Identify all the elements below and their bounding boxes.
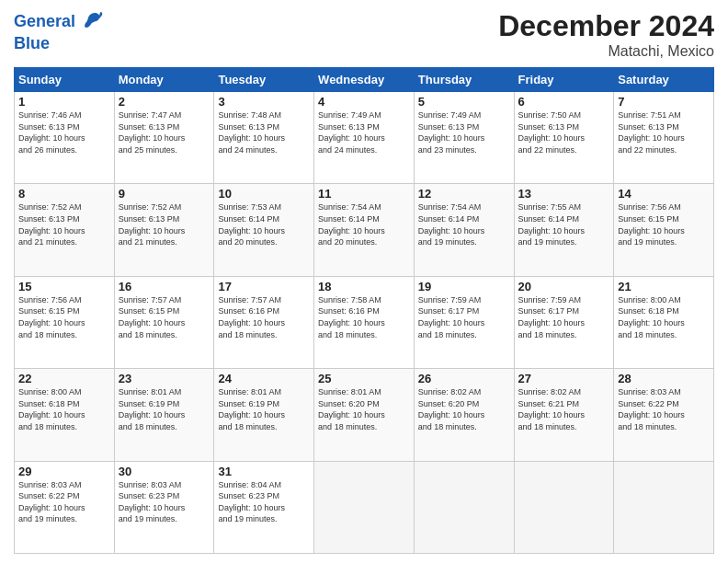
day-cell: 4Sunrise: 7:49 AM Sunset: 6:13 PM Daylig… (314, 92, 415, 184)
week-row-3: 15Sunrise: 7:56 AM Sunset: 6:15 PM Dayli… (15, 276, 714, 368)
day-number: 15 (18, 280, 110, 293)
day-info: Sunrise: 7:46 AM Sunset: 6:13 PM Dayligh… (18, 109, 110, 155)
day-info: Sunrise: 7:57 AM Sunset: 6:15 PM Dayligh… (119, 294, 210, 340)
page: General Blue December 2024 Matachi, Mexi… (0, 0, 728, 563)
day-cell: 16Sunrise: 7:57 AM Sunset: 6:15 PM Dayli… (114, 276, 214, 368)
day-info: Sunrise: 7:54 AM Sunset: 6:14 PM Dayligh… (418, 201, 510, 247)
week-row-2: 8Sunrise: 7:52 AM Sunset: 6:13 PM Daylig… (15, 184, 714, 276)
day-info: Sunrise: 7:54 AM Sunset: 6:14 PM Dayligh… (318, 201, 410, 247)
day-number: 7 (618, 95, 710, 109)
day-info: Sunrise: 8:00 AM Sunset: 6:18 PM Dayligh… (18, 386, 110, 432)
day-info: Sunrise: 7:52 AM Sunset: 6:13 PM Dayligh… (119, 201, 210, 247)
day-cell: 22Sunrise: 8:00 AM Sunset: 6:18 PM Dayli… (15, 369, 115, 461)
day-number: 4 (318, 95, 410, 109)
day-number: 14 (618, 187, 710, 201)
day-number: 30 (119, 465, 210, 478)
day-number: 18 (318, 280, 410, 293)
day-number: 25 (318, 372, 410, 385)
day-number: 31 (218, 465, 310, 478)
day-number: 12 (418, 187, 510, 201)
day-cell: 6Sunrise: 7:50 AM Sunset: 6:13 PM Daylig… (514, 92, 614, 184)
day-number: 20 (518, 280, 610, 293)
logo-text: General (14, 13, 75, 31)
calendar-header: SundayMondayTuesdayWednesdayThursdayFrid… (15, 68, 714, 92)
day-cell: 14Sunrise: 7:56 AM Sunset: 6:15 PM Dayli… (614, 184, 714, 276)
day-cell (414, 461, 514, 553)
day-info: Sunrise: 8:02 AM Sunset: 6:21 PM Dayligh… (518, 386, 610, 432)
day-info: Sunrise: 8:03 AM Sunset: 6:22 PM Dayligh… (618, 386, 710, 432)
day-info: Sunrise: 7:47 AM Sunset: 6:13 PM Dayligh… (119, 109, 210, 155)
day-info: Sunrise: 7:48 AM Sunset: 6:13 PM Dayligh… (218, 109, 310, 155)
logo-subtext: Blue (14, 35, 50, 53)
day-info: Sunrise: 7:49 AM Sunset: 6:13 PM Dayligh… (418, 109, 510, 155)
week-row-4: 22Sunrise: 8:00 AM Sunset: 6:18 PM Dayli… (15, 369, 714, 461)
day-number: 21 (618, 280, 710, 293)
day-number: 24 (218, 372, 310, 385)
week-row-1: 1Sunrise: 7:46 AM Sunset: 6:13 PM Daylig… (15, 92, 714, 184)
day-info: Sunrise: 7:59 AM Sunset: 6:17 PM Dayligh… (418, 294, 510, 340)
logo: General Blue (14, 9, 103, 53)
day-cell (614, 461, 714, 553)
title-block: December 2024 Matachi, Mexico (498, 9, 714, 60)
logo-bird-icon (77, 9, 103, 35)
day-info: Sunrise: 8:01 AM Sunset: 6:19 PM Dayligh… (218, 386, 310, 432)
day-number: 8 (18, 187, 110, 201)
day-cell: 25Sunrise: 8:01 AM Sunset: 6:20 PM Dayli… (314, 369, 415, 461)
day-info: Sunrise: 7:49 AM Sunset: 6:13 PM Dayligh… (318, 109, 410, 155)
header-thursday: Thursday (414, 68, 514, 92)
header-sunday: Sunday (15, 68, 115, 92)
day-number: 3 (218, 95, 310, 109)
day-cell: 5Sunrise: 7:49 AM Sunset: 6:13 PM Daylig… (414, 92, 514, 184)
calendar-table: SundayMondayTuesdayWednesdayThursdayFrid… (14, 67, 714, 554)
header-monday: Monday (114, 68, 214, 92)
day-cell: 1Sunrise: 7:46 AM Sunset: 6:13 PM Daylig… (15, 92, 115, 184)
day-info: Sunrise: 8:01 AM Sunset: 6:20 PM Dayligh… (318, 386, 410, 432)
day-cell: 12Sunrise: 7:54 AM Sunset: 6:14 PM Dayli… (414, 184, 514, 276)
day-info: Sunrise: 7:59 AM Sunset: 6:17 PM Dayligh… (518, 294, 610, 340)
day-number: 2 (119, 95, 210, 109)
location-title: Matachi, Mexico (498, 43, 714, 60)
day-number: 13 (518, 187, 610, 201)
day-number: 9 (119, 187, 210, 201)
day-info: Sunrise: 7:56 AM Sunset: 6:15 PM Dayligh… (18, 294, 110, 340)
day-cell: 28Sunrise: 8:03 AM Sunset: 6:22 PM Dayli… (614, 369, 714, 461)
day-number: 29 (18, 465, 110, 478)
day-number: 6 (518, 95, 610, 109)
header-wednesday: Wednesday (314, 68, 415, 92)
day-number: 27 (518, 372, 610, 385)
day-cell: 15Sunrise: 7:56 AM Sunset: 6:15 PM Dayli… (15, 276, 115, 368)
day-info: Sunrise: 7:57 AM Sunset: 6:16 PM Dayligh… (218, 294, 310, 340)
header-friday: Friday (514, 68, 614, 92)
day-cell: 21Sunrise: 8:00 AM Sunset: 6:18 PM Dayli… (614, 276, 714, 368)
day-cell: 19Sunrise: 7:59 AM Sunset: 6:17 PM Dayli… (414, 276, 514, 368)
day-cell: 8Sunrise: 7:52 AM Sunset: 6:13 PM Daylig… (15, 184, 115, 276)
day-cell: 23Sunrise: 8:01 AM Sunset: 6:19 PM Dayli… (114, 369, 214, 461)
day-info: Sunrise: 7:52 AM Sunset: 6:13 PM Dayligh… (18, 201, 110, 247)
day-info: Sunrise: 8:04 AM Sunset: 6:23 PM Dayligh… (218, 479, 310, 525)
day-number: 10 (218, 187, 310, 201)
day-cell: 27Sunrise: 8:02 AM Sunset: 6:21 PM Dayli… (514, 369, 614, 461)
day-cell (314, 461, 415, 553)
day-cell: 13Sunrise: 7:55 AM Sunset: 6:14 PM Dayli… (514, 184, 614, 276)
day-cell: 20Sunrise: 7:59 AM Sunset: 6:17 PM Dayli… (514, 276, 614, 368)
header-tuesday: Tuesday (214, 68, 314, 92)
day-number: 5 (418, 95, 510, 109)
day-number: 1 (18, 95, 110, 109)
day-info: Sunrise: 7:51 AM Sunset: 6:13 PM Dayligh… (618, 109, 710, 155)
day-info: Sunrise: 7:55 AM Sunset: 6:14 PM Dayligh… (518, 201, 610, 247)
header: General Blue December 2024 Matachi, Mexi… (14, 9, 714, 60)
day-number: 22 (18, 372, 110, 385)
day-info: Sunrise: 7:56 AM Sunset: 6:15 PM Dayligh… (618, 201, 710, 247)
day-cell: 29Sunrise: 8:03 AM Sunset: 6:22 PM Dayli… (15, 461, 115, 553)
calendar-body: 1Sunrise: 7:46 AM Sunset: 6:13 PM Daylig… (15, 92, 714, 554)
day-info: Sunrise: 7:53 AM Sunset: 6:14 PM Dayligh… (218, 201, 310, 247)
day-info: Sunrise: 7:58 AM Sunset: 6:16 PM Dayligh… (318, 294, 410, 340)
day-number: 11 (318, 187, 410, 201)
day-cell: 7Sunrise: 7:51 AM Sunset: 6:13 PM Daylig… (614, 92, 714, 184)
day-cell: 9Sunrise: 7:52 AM Sunset: 6:13 PM Daylig… (114, 184, 214, 276)
day-number: 23 (119, 372, 210, 385)
day-cell: 31Sunrise: 8:04 AM Sunset: 6:23 PM Dayli… (214, 461, 314, 553)
day-cell: 3Sunrise: 7:48 AM Sunset: 6:13 PM Daylig… (214, 92, 314, 184)
day-info: Sunrise: 8:02 AM Sunset: 6:20 PM Dayligh… (418, 386, 510, 432)
day-cell: 10Sunrise: 7:53 AM Sunset: 6:14 PM Dayli… (214, 184, 314, 276)
